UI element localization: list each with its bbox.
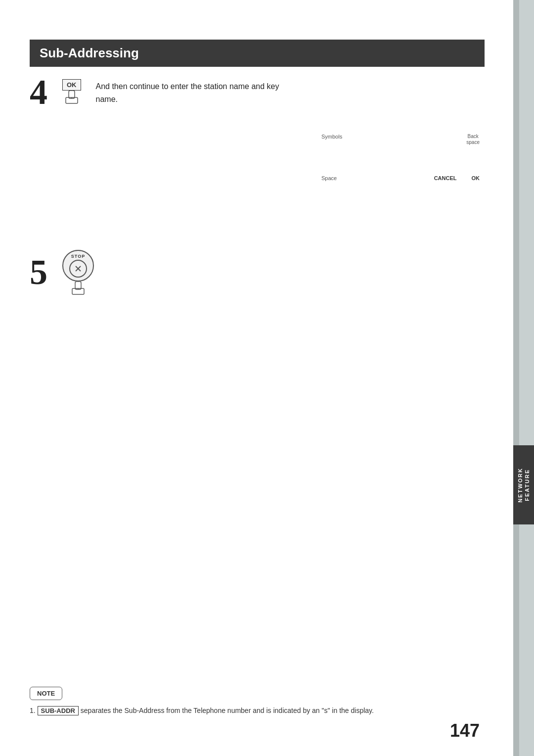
page-number: 147 — [450, 720, 480, 741]
step4-description: And then continue to enter the station n… — [96, 80, 284, 105]
page-header: Sub-Addressing — [30, 40, 485, 67]
note-label: NOTE — [30, 687, 62, 700]
ok-button-icon: OK — [62, 79, 81, 105]
stop-inner-circle — [69, 260, 87, 278]
side-tab-text: NETWORK FEATURE — [517, 468, 531, 503]
note-item-1-text: separates the Sub-Address from the Telep… — [79, 707, 374, 714]
step5-number: 5 — [30, 254, 47, 290]
step4-area: 4 OK And then continue to enter the stat… — [30, 74, 480, 110]
stop-finger-icon — [70, 282, 86, 296]
stop-label: STOP — [71, 254, 85, 259]
keyboard-top-row: Symbols Backspace — [321, 134, 480, 145]
step4-number: 4 — [30, 74, 47, 110]
cancel-label: CANCEL — [434, 175, 457, 181]
note-item-1: 1. SUB-ADDR separates the Sub-Address fr… — [30, 705, 480, 716]
note-area: NOTE 1. SUB-ADDR separates the Sub-Addre… — [30, 687, 480, 716]
stop-x-icon — [73, 264, 83, 274]
keyboard-ok-label: OK — [472, 175, 480, 181]
ok-box-label: OK — [62, 79, 81, 91]
right-strip — [513, 0, 534, 756]
stop-circle: STOP — [62, 250, 94, 282]
finger-press-icon — [64, 91, 80, 105]
right-strip-inner — [519, 0, 534, 756]
symbols-label: Symbols — [321, 134, 342, 145]
backspace-label: Backspace — [466, 134, 480, 145]
step5-row: 5 STOP — [30, 247, 94, 296]
keyboard-bottom-row: Space CANCEL OK — [321, 175, 480, 181]
step5-area: 5 STOP — [30, 247, 94, 296]
space-label: Space — [321, 175, 337, 181]
stop-button-icon: STOP — [62, 250, 94, 296]
page-title: Sub-Addressing — [40, 46, 139, 60]
keyboard-area: Symbols Backspace Space CANCEL OK — [321, 134, 480, 181]
sub-addr-inline: SUB-ADDR — [38, 706, 79, 715]
step4-row: 4 OK And then continue to enter the stat… — [30, 74, 480, 110]
side-tab: NETWORK FEATURE — [513, 445, 534, 524]
